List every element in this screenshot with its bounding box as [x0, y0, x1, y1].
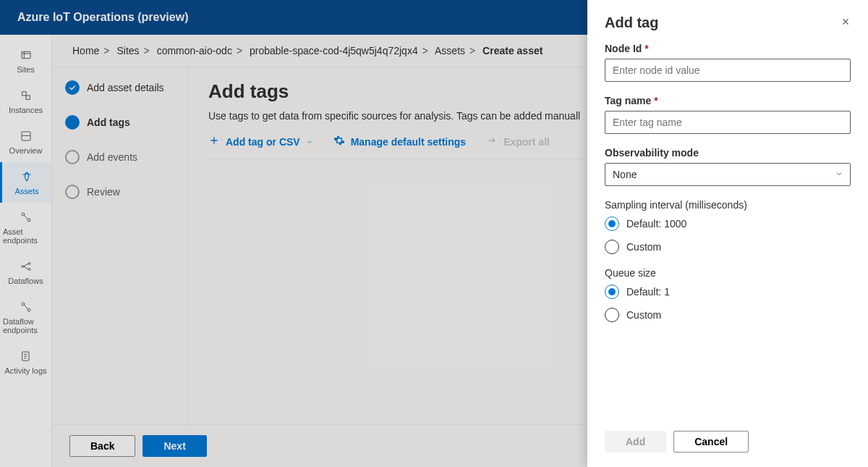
sampling-label: Sampling interval (milliseconds) [605, 199, 851, 211]
observability-select[interactable]: None [605, 163, 851, 186]
field-sampling: Sampling interval (milliseconds) Default… [605, 199, 851, 254]
node-id-label: Node Id * [605, 43, 851, 54]
observability-label: Observability mode [605, 147, 851, 159]
radio-checked-icon [605, 216, 619, 231]
sampling-radio-custom[interactable]: Custom [605, 240, 851, 254]
field-queue: Queue size Default: 1 Custom [605, 267, 851, 322]
radio-label: Custom [626, 309, 661, 321]
field-node-id: Node Id * [605, 43, 851, 82]
radio-checked-icon [605, 285, 619, 299]
radio-unchecked-icon [605, 308, 619, 322]
field-tag-name: Tag name * [605, 95, 851, 134]
panel-title: Add tag [605, 14, 658, 31]
panel-add-button[interactable]: Add [605, 431, 666, 453]
radio-label: Default: 1 [626, 286, 670, 298]
sampling-radio-default[interactable]: Default: 1000 [605, 216, 851, 231]
field-observability: Observability mode None [605, 147, 851, 186]
panel-footer: Add Cancel [605, 421, 851, 453]
radio-unchecked-icon [605, 240, 619, 254]
node-id-input[interactable] [605, 59, 851, 82]
radio-label: Custom [626, 241, 661, 253]
close-icon[interactable] [841, 17, 851, 30]
tag-name-input[interactable] [605, 111, 851, 134]
queue-radio-custom[interactable]: Custom [605, 308, 851, 322]
panel-cancel-button[interactable]: Cancel [673, 431, 749, 453]
queue-label: Queue size [605, 267, 851, 279]
radio-label: Default: 1000 [626, 218, 686, 230]
tag-name-label: Tag name * [605, 95, 851, 106]
panel-header: Add tag [605, 14, 851, 31]
add-tag-panel: Add tag Node Id * Tag name * Observabili… [587, 0, 868, 467]
queue-radio-default[interactable]: Default: 1 [605, 285, 851, 299]
